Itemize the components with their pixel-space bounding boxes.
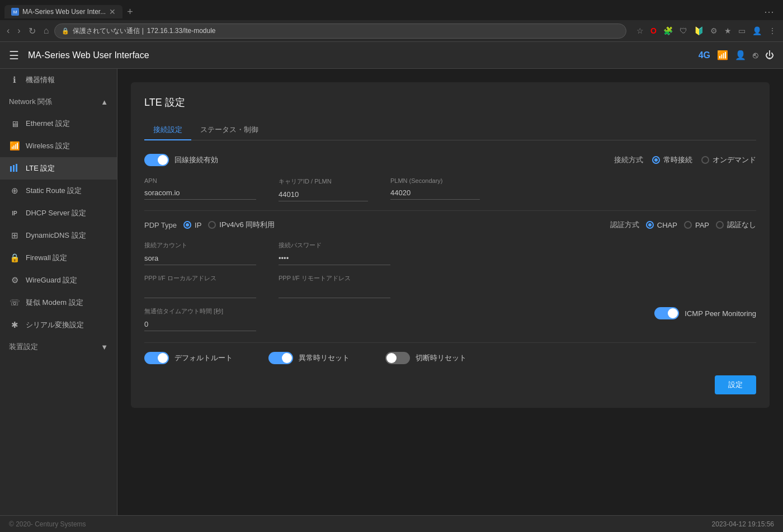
icmp-toggle[interactable] [654,307,679,319]
circuit-enable-toggle[interactable] [144,154,169,166]
radio-auth-none-circle [716,221,724,229]
sidebar-item-wireless[interactable]: 📶 Wireless 設定 [0,135,117,157]
connection-type-row: 接続方式 常時接続 オンデマンド [614,155,756,165]
default-route-toggle[interactable] [144,352,169,364]
sidebar-item-wireguard[interactable]: ⚙ WireGuard 設定 [0,269,117,291]
home-button[interactable]: ⌂ [41,25,51,37]
address-url: 172.16.1.33/lte-module [147,27,216,35]
footer-timestamp: 2023-04-12 19:15:56 [712,520,774,528]
tab-connection-settings[interactable]: 接続設定 [144,120,191,140]
btn-row: 設定 [144,375,756,394]
signal-icon: 📶 [717,50,728,60]
wireguard-icon: ⚙ [9,275,20,286]
circuit-enable-label: 回線接続有効 [174,155,218,165]
field-row-4: 接続アカウント 接続パスワード [144,241,756,265]
sidebar: ℹ 機器情報 Network 関係 ▲ 🖥 Ethernet 設定 📶 Wire… [0,69,117,515]
back-button[interactable]: ‹ [4,25,12,37]
apn-input[interactable] [144,186,256,200]
bookmark-icon[interactable]: ★ [722,25,734,36]
pdp-type-label: PDP Type [144,221,177,229]
tab-close-btn[interactable]: ✕ [109,7,116,16]
radio-pdp-ip[interactable]: IP [183,221,201,229]
carrier-id-input[interactable] [279,188,368,201]
radio-chap[interactable]: CHAP [646,221,677,229]
ppp-remote-input[interactable] [279,285,390,298]
star-icon[interactable]: ☆ [634,25,646,36]
radio-pdp-ipv4v6-label: IPv4/v6 同時利用 [219,220,275,230]
field-row-5: PPP I/F ローカルアドレス PPP I/F リモートアドレス [144,274,756,298]
account-input[interactable] [144,252,256,265]
footer-copyright: © 2020- Century Systems [9,520,86,528]
timeout-input[interactable] [144,318,256,331]
reset-error-toggle[interactable] [268,352,293,364]
ppp-remote-label: PPP I/F リモートアドレス [279,274,390,283]
field-row-2: APN キャリアID / PLMN PLMN (Secondary) [144,177,756,201]
modem-icon: ☏ [9,297,20,308]
sidebar-item-device-info[interactable]: ℹ 機器情報 [0,69,117,91]
radio-auth-none[interactable]: 認証なし [716,220,756,230]
sidebar-device-settings[interactable]: 装置設定 ▼ [0,336,117,357]
tab-status-control[interactable]: ステータス・制御 [191,120,267,140]
account-label: 接続アカウント [144,241,256,249]
sidebar-item-serial[interactable]: ✱ シリアル変換設定 [0,314,117,336]
radio-ondemand-circle [701,156,709,164]
sidebar-item-dhcp[interactable]: IP DHCP Server 設定 [0,202,117,224]
sidebar-item-modem[interactable]: ☏ 疑似 Modem 設定 [0,291,117,314]
shield-icon[interactable]: 🛡 [677,25,690,36]
radio-pdp-ipv4v6[interactable]: IPv4/v6 同時利用 [208,220,275,230]
sidebar-network-section[interactable]: Network 関係 ▲ [0,91,117,112]
window-controls: ⋯ [764,6,779,18]
radio-pap[interactable]: PAP [684,221,709,229]
password-group: 接続パスワード [279,241,390,265]
serial-icon: ✱ [9,319,20,331]
reset-disconnect-container: 切断時リセット [385,352,466,364]
radio-always-circle [652,156,660,164]
sidebar-item-firewall[interactable]: 🔒 Firewall 設定 [0,247,117,269]
addons-icon[interactable]: 🧩 [661,25,675,36]
address-bar: ‹ › ↻ ⌂ 🔒 保護されていない通信 | 172.16.1.33/lte-m… [0,20,783,41]
browser-chrome: M MA-Series Web User Inter... ✕ + ⋯ ‹ › … [0,0,783,42]
svg-rect-2 [16,164,17,172]
settings-icon[interactable]: ⚙ [708,25,720,36]
opera-icon[interactable]: O [648,25,659,36]
sidebar-item-ethernet[interactable]: 🖥 Ethernet 設定 [0,112,117,135]
lte-menu-icon [9,163,20,174]
new-tab-button[interactable]: + [122,6,138,18]
browser-tab[interactable]: M MA-Series Web User Inter... ✕ [4,5,122,18]
network-section-label: Network 関係 [9,97,52,107]
info-icon: ℹ [9,74,20,86]
profile-icon[interactable]: 👤 [750,25,764,36]
icmp-label: ICMP Peer Monitoring [685,309,756,318]
submit-button[interactable]: 設定 [715,375,756,394]
power-icon[interactable]: ⏻ [765,50,774,60]
radio-always-on[interactable]: 常時接続 [652,155,692,165]
sidebar-item-lte[interactable]: LTE 設定 [0,157,117,180]
separator-1 [144,210,756,211]
reset-disconnect-toggle[interactable] [385,352,410,364]
sidebar-item-ddns[interactable]: ⊞ DynamicDNS 設定 [0,224,117,247]
hamburger-menu[interactable]: ☰ [9,49,19,62]
static-route-icon: ⊕ [9,185,20,196]
user-icon[interactable]: 👤 [735,50,746,60]
menu-icon[interactable]: ⋮ [766,25,779,36]
form-row-7: デフォルトルート 異常時リセット 切断時リセット [144,352,756,364]
plmn-secondary-input[interactable] [390,186,480,200]
apn-label: APN [144,177,256,184]
sidebar-icon[interactable]: ▭ [736,25,748,36]
chevron-up-icon: ▲ [101,98,108,106]
address-input[interactable]: 🔒 保護されていない通信 | 172.16.1.33/lte-module [54,23,626,39]
radio-pap-circle [684,221,692,229]
logout-icon[interactable]: ⎋ [753,50,758,60]
forward-button[interactable]: › [15,25,22,37]
plmn-secondary-label: PLMN (Secondary) [390,177,480,184]
vpn-icon[interactable]: 🔰 [692,25,706,36]
sidebar-item-static-route[interactable]: ⊕ Static Route 設定 [0,180,117,202]
lte-settings-card: LTE 設定 接続設定 ステータス・制御 回線接続有効 接続方式 [131,82,770,408]
radio-ondemand-label: オンデマンド [713,155,756,165]
radio-ondemand[interactable]: オンデマンド [701,155,756,165]
ppp-local-input[interactable] [144,285,256,298]
sidebar-modem-label: 疑似 Modem 設定 [26,298,83,308]
password-input[interactable] [279,252,390,265]
reload-button[interactable]: ↻ [26,25,38,37]
reset-error-container: 異常時リセット [268,352,350,364]
